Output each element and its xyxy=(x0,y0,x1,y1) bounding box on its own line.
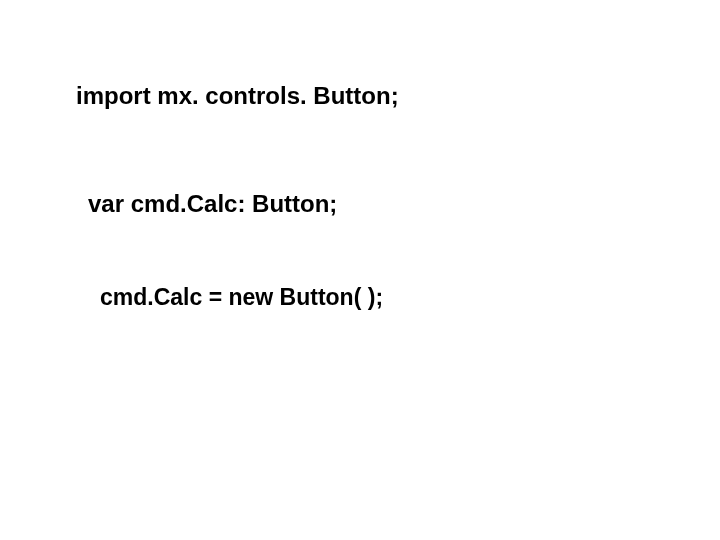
code-line-import: import mx. controls. Button; xyxy=(76,82,399,110)
slide: import mx. controls. Button; var cmd.Cal… xyxy=(0,0,720,540)
code-line-assign: cmd.Calc = new Button( ); xyxy=(100,284,383,311)
code-line-var-decl: var cmd.Calc: Button; xyxy=(88,190,337,218)
